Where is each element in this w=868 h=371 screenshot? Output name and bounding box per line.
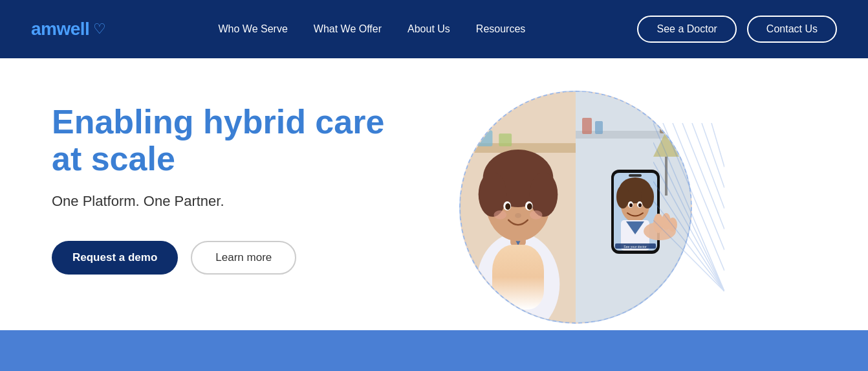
hero-subheading: One Platform. One Partner. bbox=[52, 193, 414, 210]
svg-point-36 bbox=[638, 203, 642, 207]
see-doctor-button[interactable]: See a Doctor bbox=[637, 16, 736, 43]
svg-text:See your doctor: See your doctor bbox=[624, 245, 647, 249]
svg-point-32 bbox=[641, 185, 654, 208]
nav-what-we-offer[interactable]: What We Offer bbox=[314, 23, 382, 35]
svg-line-51 bbox=[692, 123, 724, 208]
svg-line-47 bbox=[653, 123, 724, 291]
svg-line-54 bbox=[653, 142, 724, 291]
doctor-left-svg bbox=[461, 92, 576, 322]
nav-actions: See a Doctor Contact Us bbox=[637, 16, 837, 43]
svg-point-10 bbox=[530, 172, 558, 217]
nav-about-us[interactable]: About Us bbox=[407, 23, 450, 35]
nav-who-we-serve[interactable]: Who We Serve bbox=[219, 23, 288, 35]
split-left bbox=[461, 92, 576, 322]
hero-buttons: Request a demo Learn more bbox=[52, 241, 414, 275]
svg-line-50 bbox=[682, 123, 724, 229]
svg-rect-20 bbox=[582, 118, 592, 134]
learn-more-button[interactable]: Learn more bbox=[191, 241, 296, 275]
svg-rect-2 bbox=[473, 130, 493, 146]
logo-text: amwell bbox=[31, 19, 89, 39]
svg-point-15 bbox=[494, 210, 506, 219]
svg-point-13 bbox=[505, 203, 510, 210]
footer-strip bbox=[0, 330, 868, 371]
logo[interactable]: amwell ♡ bbox=[31, 19, 106, 39]
svg-line-53 bbox=[711, 123, 724, 167]
svg-rect-3 bbox=[499, 133, 512, 146]
svg-line-58 bbox=[653, 220, 724, 291]
decorative-lines bbox=[653, 123, 724, 291]
svg-point-14 bbox=[527, 203, 532, 210]
nav-resources[interactable]: Resources bbox=[476, 23, 525, 35]
request-demo-button[interactable]: Request a demo bbox=[52, 241, 178, 275]
svg-point-9 bbox=[479, 172, 507, 217]
svg-point-31 bbox=[616, 185, 629, 208]
contact-us-button[interactable]: Contact Us bbox=[747, 16, 837, 43]
hero-heading: Enabling hybrid care at scale bbox=[52, 104, 414, 177]
svg-rect-21 bbox=[595, 121, 603, 134]
svg-line-56 bbox=[653, 181, 724, 291]
svg-rect-40 bbox=[629, 174, 642, 177]
svg-point-35 bbox=[629, 203, 633, 207]
navbar: amwell ♡ Who We Serve What We Offer Abou… bbox=[0, 0, 868, 58]
heart-icon: ♡ bbox=[93, 21, 106, 38]
nav-links: Who We Serve What We Offer About Us Reso… bbox=[106, 23, 637, 35]
svg-point-17 bbox=[515, 213, 521, 218]
hero-image-area: See your doctor bbox=[414, 84, 737, 330]
svg-point-16 bbox=[530, 210, 543, 219]
hero-section: Enabling hybrid care at scale One Platfo… bbox=[0, 58, 868, 330]
hero-content: Enabling hybrid care at scale One Platfo… bbox=[52, 84, 414, 275]
